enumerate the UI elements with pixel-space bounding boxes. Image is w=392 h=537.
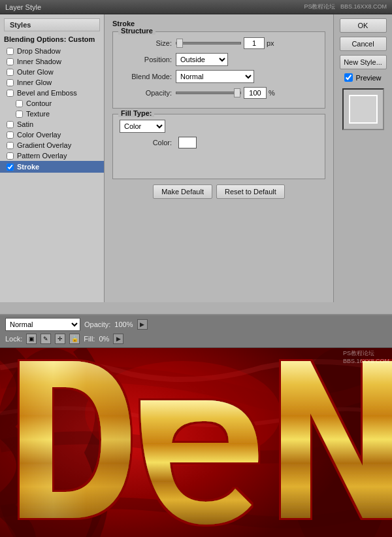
position-row: Position: Outside Inside Center <box>120 53 318 66</box>
fill-arrow-button[interactable]: ▶ <box>113 334 123 344</box>
position-label: Position: <box>120 56 172 63</box>
lock-transparent-button[interactable]: ▣ <box>26 334 37 344</box>
canvas-watermark: PS教程论坛 BBS.16XX8.COM <box>343 349 389 364</box>
size-input[interactable] <box>244 37 265 49</box>
cancel-button[interactable]: Cancel <box>340 37 387 51</box>
toolbar-row-1: Normal Multiply Screen Opacity: 100% ▶ <box>5 318 387 331</box>
dialog-body: Styles Blending Options: Custom Drop Sha… <box>0 14 392 302</box>
opacity-slider[interactable] <box>176 92 241 94</box>
drop-shadow-checkbox[interactable] <box>7 48 14 55</box>
watermark-line2: BBS.16XX8.COM <box>343 358 389 364</box>
inner-shadow-checkbox[interactable] <box>7 58 14 65</box>
layer-item-inner-shadow[interactable]: Inner Shadow <box>0 56 104 67</box>
fill-type-title: Fill Type: <box>118 109 154 117</box>
bevel-emboss-checkbox[interactable] <box>7 90 14 97</box>
layer-item-gradient-overlay[interactable]: Gradient Overlay <box>0 140 104 150</box>
opacity-arrow-button[interactable]: ▶ <box>137 319 148 330</box>
opacity-toolbar-value: 100% <box>114 320 133 328</box>
layer-item-texture[interactable]: Texture <box>0 109 104 119</box>
size-controls: px <box>176 37 274 49</box>
layer-item-pattern-overlay[interactable]: Pattern Overlay <box>0 150 104 161</box>
opacity-input[interactable] <box>244 87 267 99</box>
blend-mode-row: Blend Mode: Normal Multiply Screen Overl… <box>120 70 318 83</box>
size-label: Size: <box>120 39 172 47</box>
watermark-line1: PS教程论坛 <box>343 349 389 358</box>
preview-inner <box>349 95 378 124</box>
fill-label: Fill: <box>84 335 95 343</box>
preview-box <box>342 88 384 130</box>
layer-item-drop-shadow[interactable]: Drop Shadow <box>0 46 104 56</box>
opacity-label: Opacity: <box>120 89 172 97</box>
toolbar-row-2: Lock: ▣ ✎ ✛ 🔒 Fill: 0% ▶ <box>5 332 387 345</box>
fill-type-row: Color Gradient Pattern <box>120 120 318 133</box>
action-buttons: Make Default Reset to Default <box>112 184 325 199</box>
color-overlay-checkbox[interactable] <box>7 131 14 139</box>
layer-item-satin[interactable]: Satin <box>0 119 104 130</box>
toolbar-bar: Normal Multiply Screen Opacity: 100% ▶ L… <box>0 315 392 348</box>
left-panel: Styles Blending Options: Custom Drop Sha… <box>0 14 105 302</box>
watermark: PS教程论坛 BBS.16XX8.COM <box>304 3 387 11</box>
ok-button[interactable]: OK <box>340 18 387 33</box>
position-select[interactable]: Outside Inside Center <box>176 53 228 66</box>
stroke-checkbox[interactable] <box>7 164 14 171</box>
pattern-overlay-checkbox[interactable] <box>7 152 14 160</box>
inner-glow-checkbox[interactable] <box>7 79 14 86</box>
size-unit: px <box>267 39 274 47</box>
styles-header[interactable]: Styles <box>4 18 100 31</box>
fill-type-select[interactable]: Color Gradient Pattern <box>120 120 165 133</box>
layer-item-bevel-emboss[interactable]: Bevel and Emboss <box>0 88 104 98</box>
layer-item-inner-glow[interactable]: Inner Glow <box>0 77 104 88</box>
gradient-overlay-checkbox[interactable] <box>7 142 14 149</box>
blend-mode-label: Blend Mode: <box>120 73 172 80</box>
opacity-toolbar-label: Opacity: <box>84 320 110 328</box>
dialog-title: Layer Style <box>5 3 41 11</box>
layer-item-outer-glow[interactable]: Outer Glow <box>0 67 104 77</box>
opacity-unit: % <box>269 89 275 97</box>
color-label: Color: <box>120 139 172 147</box>
title-bar: Layer Style PS教程论坛 BBS.16XX8.COM <box>0 0 392 14</box>
fill-type-group: Fill Type: Color Gradient Pattern Color: <box>112 114 325 179</box>
color-row: Color: <box>120 137 318 148</box>
blend-mode-select[interactable]: Normal Multiply Screen Overlay <box>176 70 254 83</box>
contour-checkbox[interactable] <box>16 100 23 107</box>
make-default-button[interactable]: Make Default <box>153 184 212 199</box>
color-swatch[interactable] <box>178 137 197 148</box>
opacity-controls: % <box>176 87 275 99</box>
opacity-row: Opacity: % <box>120 87 318 99</box>
layer-item-contour[interactable]: Contour <box>0 98 104 109</box>
reset-to-default-button[interactable]: Reset to Default <box>216 184 285 199</box>
size-row: Size: px <box>120 37 318 49</box>
preview-label: Preview <box>355 74 381 82</box>
structure-group-title: Structure <box>118 27 155 35</box>
blend-mode-toolbar-select[interactable]: Normal Multiply Screen <box>5 318 80 331</box>
layer-style-dialog: Styles Blending Options: Custom Drop Sha… <box>0 14 392 315</box>
demo-text-svg <box>0 348 392 537</box>
center-panel: Stroke Structure Size: px Position: <box>105 14 333 302</box>
lock-image-button[interactable]: ✎ <box>41 334 51 344</box>
blending-options[interactable]: Blending Options: Custom <box>0 33 104 46</box>
lock-label: Lock: <box>5 335 22 343</box>
satin-checkbox[interactable] <box>7 121 14 128</box>
layer-item-color-overlay[interactable]: Color Overlay <box>0 130 104 140</box>
right-panel: OK Cancel New Style... Preview <box>333 14 392 302</box>
structure-group: Structure Size: px Position: Outside I <box>112 31 325 109</box>
new-style-button[interactable]: New Style... <box>340 55 387 69</box>
canvas-area: PS教程论坛 BBS.16XX8.COM <box>0 348 392 537</box>
lock-all-button[interactable]: 🔒 <box>69 334 80 344</box>
canvas-image: PS教程论坛 BBS.16XX8.COM <box>0 348 392 537</box>
outer-glow-checkbox[interactable] <box>7 69 14 76</box>
texture-checkbox[interactable] <box>16 111 23 118</box>
preview-row: Preview <box>344 73 381 82</box>
fill-value: 0% <box>99 335 109 343</box>
preview-checkbox[interactable] <box>344 73 353 82</box>
lock-move-button[interactable]: ✛ <box>55 334 65 344</box>
layer-item-stroke[interactable]: Stroke <box>0 161 104 173</box>
size-slider[interactable] <box>176 42 241 44</box>
